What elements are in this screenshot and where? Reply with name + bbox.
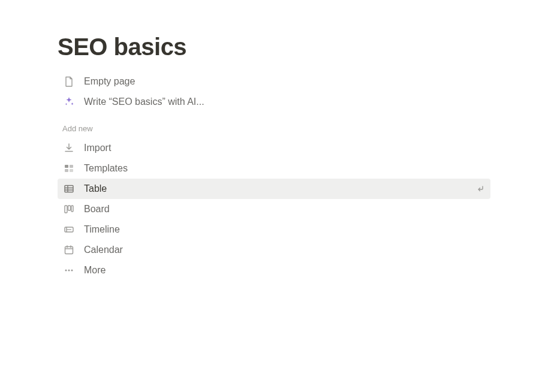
option-calendar[interactable]: Calendar [58,240,490,260]
svg-point-12 [71,270,73,272]
import-icon [62,141,76,155]
svg-rect-6 [68,206,71,210]
option-board[interactable]: Board [58,199,490,219]
option-label: Empty page [84,76,486,87]
svg-rect-1 [70,165,73,168]
option-label: Calendar [84,245,486,255]
svg-rect-3 [70,169,73,172]
option-table[interactable]: Table [58,179,490,199]
svg-point-10 [65,270,67,272]
section-header-add-new: Add new [58,124,490,133]
svg-rect-0 [65,165,68,168]
option-label: Table [84,183,475,194]
option-label: Board [84,204,486,215]
calendar-icon [62,243,76,257]
option-label: Import [84,143,486,153]
more-icon [62,264,76,277]
svg-point-11 [68,270,70,272]
enter-icon [475,183,486,194]
option-label: Timeline [84,224,486,235]
svg-rect-4 [65,186,73,192]
svg-rect-7 [71,206,73,212]
option-more[interactable]: More [58,260,490,281]
option-import[interactable]: Import [58,138,490,158]
option-label: More [84,265,486,276]
option-templates[interactable]: Templates [58,158,490,179]
ai-icon [62,95,76,108]
page-title[interactable]: SEO basics [58,34,490,61]
svg-rect-5 [65,206,67,213]
board-icon [62,203,76,216]
option-write-with-ai[interactable]: Write “SEO basics” with AI... [58,92,490,112]
templates-icon [62,162,76,175]
table-icon [62,182,76,195]
svg-rect-9 [65,247,73,254]
timeline-icon [62,223,76,236]
page-icon [62,75,76,88]
option-label: Templates [84,163,486,174]
option-label: Write “SEO basics” with AI... [84,97,486,107]
option-timeline[interactable]: Timeline [58,219,490,240]
svg-rect-2 [65,169,68,172]
option-empty-page[interactable]: Empty page [58,71,490,92]
